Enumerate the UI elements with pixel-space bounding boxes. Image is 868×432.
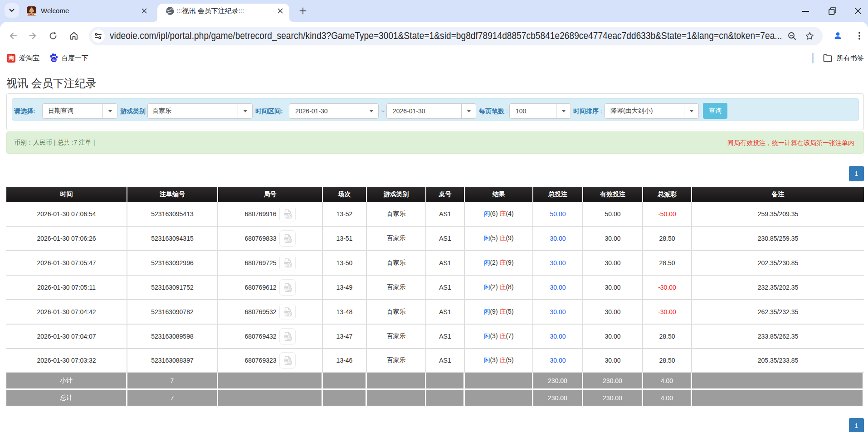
svg-text:du: du [52, 58, 56, 61]
